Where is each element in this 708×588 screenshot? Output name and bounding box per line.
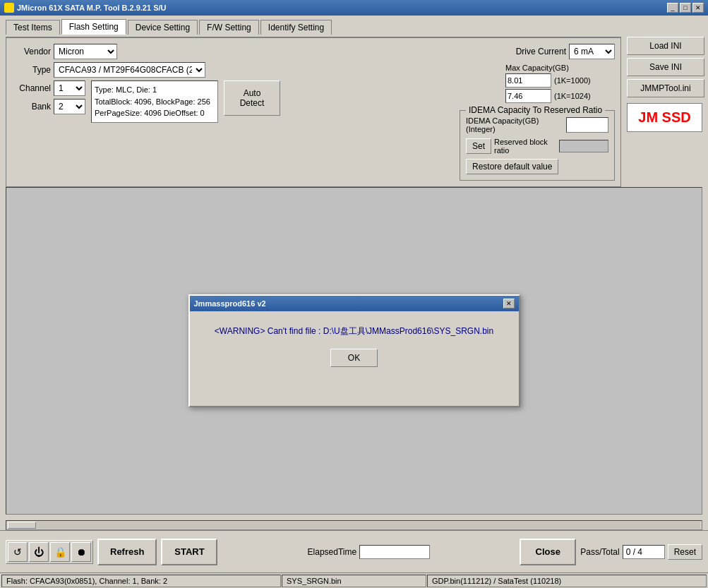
cap2-input[interactable] — [505, 89, 551, 103]
main-window: Test Items Flash Setting Device Setting … — [0, 16, 708, 588]
status-bar: Flash: CFACA93(0x0851), Channel: 1, Bank… — [0, 572, 708, 588]
flash-setting-panel: Vendor Micron Type CFACA93 / MT29F64G08C… — [6, 37, 621, 187]
max-capacity-label: Max Capacity(GB) — [505, 64, 615, 72]
tab-identify-setting[interactable]: Identify Setting — [260, 20, 332, 35]
title-bar-buttons: _ □ ✕ — [667, 3, 704, 13]
status-panel-2: SYS_SRGN.bin — [282, 575, 426, 587]
dialog-content: <WARNING> Can't find file : D:\U盘工具\JMMa… — [190, 311, 519, 381]
idema-group: IDEMA Capacity To Reserved Ratio IDEMA C… — [460, 110, 615, 181]
idema-legend: IDEMA Capacity To Reserved Ratio — [466, 105, 605, 115]
restore-button[interactable]: □ — [680, 3, 691, 13]
tab-flash-setting[interactable]: Flash Setting — [61, 19, 126, 35]
title-bar: JMicron 61X SATA M.P. Tool B.2.9.21 S/U … — [0, 0, 708, 16]
status-panel-1: Flash: CFACA93(0x0851), Channel: 1, Bank… — [1, 575, 281, 587]
bank-select[interactable]: 1 2 4 — [54, 99, 85, 114]
cap2-row: (1K=1024) — [505, 89, 615, 103]
dialog-message: <WARNING> Can't find file : D:\U盘工具\JMMa… — [215, 325, 493, 337]
elapsed-section: ElapsedTime — [222, 545, 515, 559]
vendor-label: Vendor — [12, 47, 51, 56]
cap2-unit: (1K=1024) — [554, 92, 591, 100]
channel-bank-section: Channel 1 2 4 Bank 1 — [12, 80, 451, 123]
channel-select[interactable]: 1 2 4 — [54, 80, 85, 96]
restore-row: Restore default value — [466, 159, 608, 174]
tab-device-setting[interactable]: Device Setting — [128, 20, 198, 35]
idema-set-row: Set Reserved block ratio — [466, 138, 608, 155]
info-line3: PerPageSize: 4096 DieOffset: 0 — [95, 107, 215, 119]
drive-current-row: Drive Current 4 mA 6 mA 8 mA 10 mA — [460, 44, 615, 59]
set-button[interactable]: Set — [466, 138, 491, 154]
flash-left: Vendor Micron Type CFACA93 / MT29F64G08C… — [12, 44, 451, 181]
elapsed-label: ElapsedTime — [308, 547, 357, 557]
tab-fw-setting[interactable]: F/W Setting — [199, 20, 259, 35]
flash-info-box: Type: MLC, Die: 1 TotalBlock: 4096, Bloc… — [91, 80, 218, 123]
channel-label: Channel — [12, 83, 51, 93]
restore-button[interactable]: Restore default value — [466, 159, 558, 174]
jmmptool-button[interactable]: JMMPTool.ini — [627, 79, 704, 97]
idema-capacity-input[interactable] — [566, 117, 608, 133]
top-section: Vendor Micron Type CFACA93 / MT29F64G08C… — [0, 34, 708, 187]
type-label: Type — [12, 65, 51, 75]
window-title: JMicron 61X SATA M.P. Tool B.2.9.21 S/U — [17, 4, 167, 12]
close-button[interactable]: ✕ — [692, 3, 704, 13]
main-gray-area: Jmmassprod616 v2 ✕ <WARNING> Can't find … — [6, 187, 702, 515]
dialog-title-bar: Jmmassprod616 v2 ✕ — [190, 296, 519, 311]
refresh-button[interactable]: Refresh — [97, 539, 157, 565]
reserved-block-label: Reserved block ratio — [494, 138, 556, 155]
flash-right: Drive Current 4 mA 6 mA 8 mA 10 mA Max C… — [460, 44, 615, 181]
close-button[interactable]: Close — [520, 539, 576, 565]
record-tool-icon[interactable]: ⏺ — [71, 542, 91, 562]
idema-section: IDEMA Capacity To Reserved Ratio IDEMA C… — [460, 110, 615, 181]
drive-current-label: Drive Current — [516, 47, 566, 56]
power-tool-icon[interactable]: ⏻ — [29, 542, 49, 562]
drive-current-select[interactable]: 4 mA 6 mA 8 mA 10 mA — [569, 44, 615, 59]
pass-total-input[interactable]: 0 / 4 — [623, 545, 665, 559]
bank-label: Bank — [12, 102, 51, 112]
tab-bar: Test Items Flash Setting Device Setting … — [0, 16, 708, 34]
vendor-row: Vendor Micron — [12, 44, 451, 59]
bank-row: Bank 1 2 4 — [12, 99, 85, 114]
type-select[interactable]: CFACA93 / MT29F64G08CFACB (2CE) — [54, 62, 205, 78]
start-button[interactable]: START — [161, 539, 217, 565]
flash-setting-inner: Vendor Micron Type CFACA93 / MT29F64G08C… — [12, 44, 615, 181]
refresh-tool-icon[interactable]: ↺ — [8, 542, 28, 562]
elapsed-input[interactable] — [359, 545, 430, 559]
scrollbar-thumb[interactable] — [8, 522, 36, 529]
vendor-select[interactable]: Micron — [54, 44, 117, 59]
dialog: Jmmassprod616 v2 ✕ <WARNING> Can't find … — [188, 294, 520, 407]
reset-button[interactable]: Reset — [668, 544, 702, 560]
tab-test-items[interactable]: Test Items — [6, 20, 60, 35]
channel-col: Channel 1 2 4 Bank 1 — [12, 80, 85, 114]
info-line2: TotalBlock: 4096, BlockPage: 256 — [95, 96, 215, 108]
bottom-toolbar: ↺ ⏻ 🔒 ⏺ Refresh START ElapsedTime Close … — [0, 530, 708, 572]
channel-row: Channel 1 2 4 — [12, 80, 85, 96]
dialog-title: Jmmassprod616 v2 — [194, 299, 266, 308]
jm-ssd-label: JM SSD — [627, 103, 702, 132]
idema-capacity-row: IDEMA Capacity(GB)(Integer) — [466, 116, 608, 133]
right-panel: Load INI Save INI JMMPTool.ini JM SSD — [621, 37, 702, 187]
pass-total-label: Pass/Total — [580, 547, 619, 557]
cap1-unit: (1K=1000) — [554, 76, 591, 85]
auto-detect-button[interactable]: Auto Detect — [224, 80, 280, 116]
idema-capacity-label: IDEMA Capacity(GB)(Integer) — [466, 116, 563, 133]
type-row: Type CFACA93 / MT29F64G08CFACB (2CE) — [12, 62, 451, 78]
toolbar-icons: ↺ ⏻ 🔒 ⏺ — [6, 540, 93, 564]
save-ini-button[interactable]: Save INI — [627, 58, 704, 76]
dialog-close-button[interactable]: ✕ — [503, 299, 515, 308]
dialog-overlay: Jmmassprod616 v2 ✕ <WARNING> Can't find … — [6, 188, 702, 514]
max-capacity-section: Max Capacity(GB) (1K=1000) (1K=1024) — [505, 64, 615, 103]
app-icon — [4, 3, 14, 13]
pass-total-section: Pass/Total 0 / 4 Reset — [580, 544, 702, 560]
scrollbar-area[interactable] — [6, 520, 702, 530]
status-panel-3: GDP.bin(111212) / SataTest (110218) — [427, 575, 707, 587]
info-line1: Type: MLC, Die: 1 — [95, 84, 215, 96]
cap1-input[interactable] — [505, 73, 551, 88]
load-ini-button[interactable]: Load INI — [627, 37, 704, 55]
lock-tool-icon[interactable]: 🔒 — [50, 542, 70, 562]
title-bar-text: JMicron 61X SATA M.P. Tool B.2.9.21 S/U — [4, 3, 167, 13]
scrollbar-track[interactable] — [8, 522, 700, 529]
reserved-bar — [559, 140, 608, 152]
dialog-ok-button[interactable]: OK — [330, 349, 378, 367]
minimize-button[interactable]: _ — [667, 3, 678, 13]
cap1-row: (1K=1000) — [505, 73, 615, 88]
